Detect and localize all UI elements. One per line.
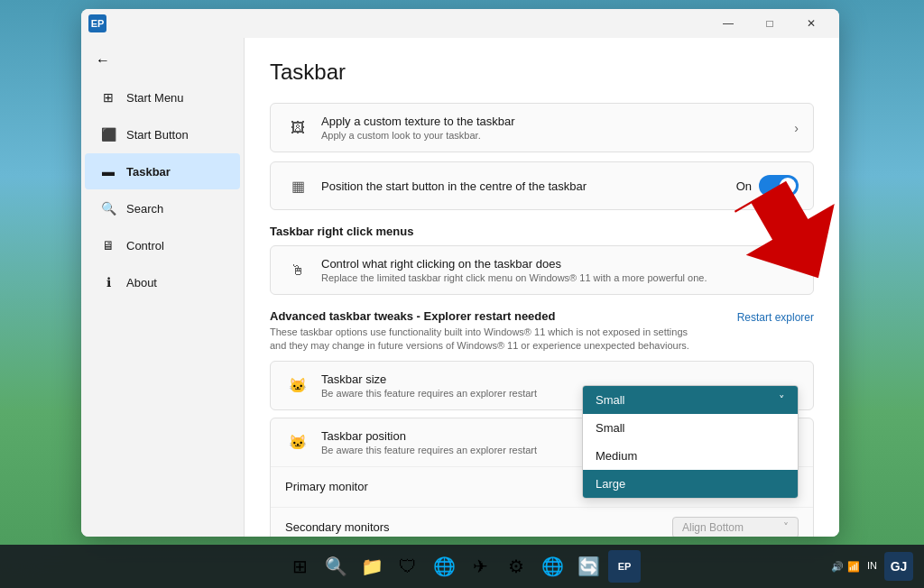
taskbar-settings-icon[interactable]: ⚙ — [500, 550, 532, 583]
position-toggle[interactable] — [759, 175, 799, 197]
taskbar-size-label: Taskbar size — [321, 372, 788, 386]
sidebar-item-label: Start Menu — [126, 91, 184, 105]
taskbar-position-icon: 🐱 — [285, 429, 310, 455]
taskbar-explorer-icon[interactable]: 📁 — [356, 550, 388, 583]
sidebar-item-label: Search — [126, 202, 163, 216]
sidebar-item-search[interactable]: 🔍 Search — [85, 190, 240, 226]
texture-sublabel: Apply a custom look to your taskbar. — [321, 130, 783, 141]
chevron-right-icon: › — [794, 121, 799, 135]
taskbar-icon: ▬ — [99, 162, 117, 180]
mouse-icon: 🖱 — [285, 258, 310, 283]
taskbar-brave-icon[interactable]: 🛡 — [392, 550, 424, 583]
title-bar: EP — □ ✕ — [81, 9, 839, 38]
taskbar-search-icon[interactable]: 🔍 — [319, 550, 352, 583]
control-icon: 🖥 — [99, 236, 117, 254]
sidebar-item-taskbar[interactable]: ▬ Taskbar — [85, 153, 240, 189]
advanced-header-text: Advanced taskbar tweaks - Explorer resta… — [270, 309, 703, 354]
maximize-button[interactable]: □ — [749, 9, 790, 38]
search-icon: 🔍 — [99, 199, 117, 217]
app-window: EP — □ ✕ ← ⊞ Start Menu ⬛ Start Button ▬… — [81, 9, 839, 537]
position-label: Position the start button in the centre … — [321, 179, 725, 193]
taskbar-size-row: 🐱 Taskbar size Be aware this feature req… — [271, 362, 813, 409]
taskbar-sys-icons: 🔊 📶 — [831, 561, 860, 573]
taskbar-size-dropdown-menu: Small ˅ Small Medium Large — [582, 385, 799, 499]
position-action: On — [736, 175, 799, 197]
right-click-sublabel: Replace the limited taskbar right click … — [321, 272, 781, 283]
taskbar-center: ⊞ 🔍 📁 🛡 🌐 ✈ ⚙ 🌐 🔄 EP — [283, 550, 641, 583]
taskbar-size-card: 🐱 Taskbar size Be aware this feature req… — [270, 361, 814, 410]
dropdown-option-large[interactable]: Large — [583, 470, 798, 498]
taskbar-ep-icon[interactable]: EP — [608, 550, 641, 583]
secondary-monitors-value: Align Bottom — [682, 521, 744, 534]
texture-icon: 🖼 — [285, 115, 310, 141]
sidebar-item-about[interactable]: ℹ About — [85, 264, 240, 300]
right-click-action[interactable]: ˅ — [792, 263, 799, 278]
sidebar-item-start-menu[interactable]: ⊞ Start Menu — [85, 79, 240, 115]
texture-text: Apply a custom texture to the taskbar Ap… — [321, 115, 783, 141]
window-content: ← ⊞ Start Menu ⬛ Start Button ▬ Taskbar … — [81, 38, 839, 537]
sidebar-item-start-button[interactable]: ⬛ Start Button — [85, 116, 240, 152]
time-display: IN — [867, 559, 877, 573]
right-click-label: Control what right clicking on the taskb… — [321, 257, 781, 271]
sidebar: ← ⊞ Start Menu ⬛ Start Button ▬ Taskbar … — [81, 38, 244, 537]
start-menu-icon: ⊞ — [99, 88, 117, 106]
title-bar-left: EP — [88, 14, 106, 32]
secondary-monitors-chevron: ˅ — [783, 521, 789, 534]
sidebar-item-label: Taskbar — [126, 165, 171, 179]
advanced-desc: These taskbar options use functionality … — [270, 326, 703, 354]
taskbar-remote-icon[interactable]: 🔄 — [572, 550, 605, 583]
advanced-section: Advanced taskbar tweaks - Explorer resta… — [270, 309, 814, 537]
start-button-position-row: ▦ Position the start button in the centr… — [271, 162, 813, 209]
taskbar-size-icon: 🐱 — [285, 372, 310, 398]
close-button[interactable]: ✕ — [790, 9, 832, 38]
dropdown-selected-item[interactable]: Small ˅ — [583, 386, 798, 414]
position-icon: ▦ — [285, 173, 310, 198]
texture-action[interactable]: › — [794, 121, 799, 135]
volume-icon: 📶 — [847, 561, 860, 573]
taskbar-chrome-icon[interactable]: 🌐 — [536, 550, 568, 583]
advanced-title: Advanced taskbar tweaks - Explorer resta… — [270, 309, 703, 323]
app-icon: EP — [88, 14, 106, 32]
minimize-button[interactable]: — — [707, 9, 749, 38]
secondary-monitors-row: Secondary monitors Align Bottom ˅ — [271, 507, 813, 537]
sidebar-item-label: Control — [126, 239, 164, 253]
sidebar-item-label: About — [126, 276, 157, 289]
texture-label: Apply a custom texture to the taskbar — [321, 115, 783, 128]
taskbar-edge-icon[interactable]: 🌐 — [428, 550, 460, 583]
dropdown-option-small[interactable]: Small — [583, 414, 798, 442]
right-click-row: 🖱 Control what right clicking on the tas… — [271, 246, 813, 294]
restart-explorer-button[interactable]: Restart explorer — [737, 311, 814, 324]
network-icon: 🔊 — [831, 561, 844, 573]
right-click-section-header: Taskbar right click menus — [270, 225, 814, 238]
sidebar-item-control[interactable]: 🖥 Control — [85, 227, 240, 263]
taskbar-time: IN — [867, 559, 877, 573]
secondary-monitors-label: Secondary monitors — [285, 520, 672, 534]
toggle-on-label: On — [736, 179, 752, 193]
about-icon: ℹ — [99, 273, 117, 291]
position-text: Position the start button in the centre … — [321, 179, 725, 193]
right-click-card: 🖱 Control what right clicking on the tas… — [270, 245, 814, 295]
taskbar-telegram-icon[interactable]: ✈ — [464, 550, 496, 583]
chevron-down-icon: ˅ — [792, 263, 799, 278]
custom-texture-card: 🖼 Apply a custom texture to the taskbar … — [270, 103, 814, 152]
title-bar-controls: — □ ✕ — [707, 9, 832, 38]
dropdown-chevron-icon: ˅ — [779, 393, 785, 407]
sidebar-item-label: Start Button — [126, 128, 189, 142]
desktop-taskbar: ⊞ 🔍 📁 🛡 🌐 ✈ ⚙ 🌐 🔄 EP 🔊 📶 IN GJ — [0, 545, 924, 588]
secondary-monitors-dropdown[interactable]: Align Bottom ˅ — [672, 517, 799, 537]
back-button[interactable]: ← — [81, 45, 244, 76]
advanced-header: Advanced taskbar tweaks - Explorer resta… — [270, 309, 814, 354]
start-button-position-card: ▦ Position the start button in the centr… — [270, 161, 814, 210]
start-button-icon: ⬛ — [99, 125, 117, 143]
taskbar-right: 🔊 📶 IN GJ — [831, 552, 913, 581]
corner-brand-icon: GJ — [884, 552, 913, 581]
main-content: Taskbar 🖼 Apply a custom texture to the … — [244, 38, 839, 537]
right-click-text: Control what right clicking on the taskb… — [321, 257, 781, 283]
dropdown-option-medium[interactable]: Medium — [583, 442, 798, 470]
taskbar-start-icon[interactable]: ⊞ — [283, 550, 316, 583]
page-title: Taskbar — [270, 60, 814, 85]
custom-texture-row: 🖼 Apply a custom texture to the taskbar … — [271, 104, 813, 152]
dropdown-selected-label: Small — [596, 393, 625, 407]
